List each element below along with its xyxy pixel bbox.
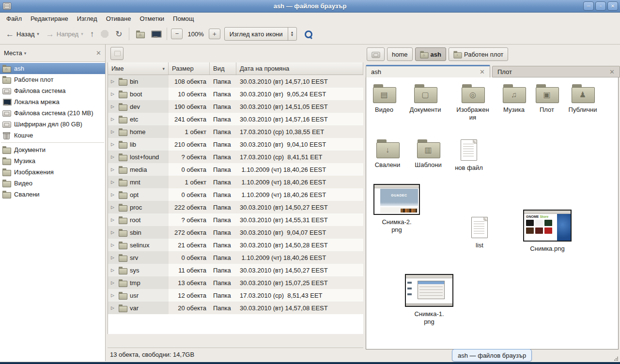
sidebar-item-desktop[interactable]: ▫Работен плот	[0, 74, 105, 85]
menu-item-bookmarks[interactable]: Отметки	[135, 14, 169, 23]
pathbar-button-root-drive[interactable]	[367, 47, 385, 61]
sidebar-item-videos[interactable]: Видео	[0, 178, 105, 189]
file-icon-templates[interactable]: ▥Шаблони	[406, 139, 450, 169]
back-button[interactable]: ← Назад ▾	[3, 28, 42, 40]
file-icon-snimka2[interactable]: GUADECСнимка-2. png	[372, 184, 421, 234]
tree-row-usr[interactable]: ▷usr12 обектаПапка17.03.2010 (ср) 8,51,4…	[108, 289, 363, 302]
expander-icon[interactable]: ▷	[111, 154, 116, 159]
sidebar-item-pictures[interactable]: Изображения	[0, 167, 105, 178]
file-icon-snimka1[interactable]: Снимка-1. png	[404, 274, 454, 326]
column-header-date[interactable]: Дата на промяна	[236, 62, 363, 75]
file-icon-snimka[interactable]: GNOME StoreСнимка.png	[522, 210, 573, 253]
expander-icon[interactable]: ▷	[111, 217, 116, 222]
computer-button[interactable]	[148, 29, 163, 39]
sidebar-item-encrypted-80gb[interactable]: Шифриран дял (80 GB)	[0, 119, 105, 130]
file-icon-newfile[interactable]: нов файл	[447, 139, 491, 172]
tree-row-dev[interactable]: ▷dev190 обектаПапка30.03.2010 (вт) 14,51…	[108, 100, 363, 113]
sidebar-item-music[interactable]: Музика	[0, 155, 105, 167]
pathbar-button-home-dir[interactable]: home	[387, 47, 413, 61]
file-icon-list[interactable]: list	[458, 217, 501, 249]
expander-icon[interactable]: ▷	[111, 104, 116, 109]
expander-icon[interactable]: ▷	[111, 129, 116, 134]
menu-item-file[interactable]: Файл	[2, 14, 26, 23]
tree-row-opt[interactable]: ▷opt0 обектаПапка 1.10.2009 (чт) 18,40,2…	[108, 188, 363, 201]
expander-icon[interactable]: ▷	[111, 117, 116, 121]
expander-icon[interactable]: ▷	[111, 255, 116, 260]
menu-item-go[interactable]: Отиване	[102, 14, 136, 23]
tree-row-tmp[interactable]: ▷tmp13 обектаПапка30.03.2010 (вт) 15,07,…	[108, 276, 363, 289]
expander-icon[interactable]: ▷	[111, 180, 116, 184]
tree-row-media[interactable]: ▷media0 обектаПапка 1.10.2009 (чт) 18,40…	[108, 163, 363, 176]
pathbar-button-ash[interactable]: ⌂ash	[415, 47, 446, 61]
expander-icon[interactable]: ▷	[111, 79, 116, 84]
pathbar-button-desktop[interactable]: ▫Работен плот	[449, 47, 508, 61]
reload-button[interactable]: ↻	[112, 28, 125, 40]
tab-close-icon[interactable]: ✕	[480, 68, 485, 76]
expander-icon[interactable]: ▷	[111, 268, 116, 273]
tree-row-proc[interactable]: ▷proc222 обектаПапка30.03.2010 (вт) 14,5…	[108, 201, 363, 213]
menu-item-help[interactable]: Помощ	[169, 14, 198, 23]
expander-icon[interactable]: ▷	[111, 280, 116, 285]
stop-button[interactable]	[98, 28, 111, 40]
forward-button[interactable]: → Напред ▾	[43, 28, 86, 40]
close-button[interactable]: ✕	[607, 1, 618, 11]
tree-row-sys[interactable]: ▷sys11 обектаПапка30.03.2010 (вт) 14,50,…	[108, 264, 363, 276]
column-header-name[interactable]: Име ▾	[108, 62, 169, 75]
view-mode-select[interactable]: Изглед като икони ▲▼	[224, 27, 297, 41]
expander-icon[interactable]: ▷	[111, 293, 116, 298]
expander-icon[interactable]: ▷	[111, 305, 116, 310]
sidebar-item-home[interactable]: ⌂ash	[0, 63, 105, 74]
tab-desktop[interactable]: Плот✕	[492, 66, 620, 77]
spinner-arrows-icon[interactable]: ▲▼	[288, 28, 296, 40]
tab-close-icon[interactable]: ✕	[609, 68, 615, 76]
sidebar-close-icon[interactable]: ✕	[96, 49, 101, 57]
home-button[interactable]: ⌂	[133, 29, 147, 40]
tree-row-etc[interactable]: ▷etc241 обектаПапка30.03.2010 (вт) 14,57…	[108, 113, 363, 125]
sidebar-item-downloads[interactable]: Свалени	[0, 189, 105, 200]
back-dropdown-icon[interactable]: ▾	[37, 31, 39, 36]
expander-icon[interactable]: ▷	[111, 167, 116, 172]
tab-ash[interactable]: ash✕	[366, 65, 490, 77]
sidebar-item-trash[interactable]: Кошче	[0, 130, 105, 141]
sidebar-item-documents[interactable]: Документи	[0, 144, 105, 155]
expander-icon[interactable]: ▷	[111, 230, 116, 235]
sidebar-item-filesystem-210mb[interactable]: Файлова система (210 MB)	[0, 107, 105, 119]
titlebar[interactable]: ash — файлов браузър ─ ▫ ✕	[0, 0, 620, 13]
file-icon-video[interactable]: ▤Видео	[362, 84, 406, 114]
expander-icon[interactable]: ▷	[111, 243, 116, 247]
menu-item-edit[interactable]: Редактиране	[26, 14, 73, 23]
location-button[interactable]	[110, 47, 124, 60]
column-header-type[interactable]: Вид	[210, 62, 236, 75]
sidebar-item-filesystem[interactable]: Файлова система	[0, 85, 105, 96]
tree-row-var[interactable]: ▷var20 обектаПапка30.03.2010 (вт) 14,57,…	[108, 302, 363, 314]
expander-icon[interactable]: ▷	[111, 142, 116, 147]
sidebar-pane-select[interactable]: Места ▾	[4, 49, 96, 57]
tree-row-mnt[interactable]: ▷mnt1 обектПапка 1.10.2009 (чт) 18,40,26…	[108, 176, 363, 188]
sidebar-item-network[interactable]: Локална мрежа	[0, 96, 105, 107]
maximize-button[interactable]: ▫	[595, 1, 606, 11]
tree-row-srv[interactable]: ▷srv0 обектаПапка 1.10.2009 (чт) 18,40,2…	[108, 251, 363, 264]
search-button[interactable]	[298, 29, 319, 40]
tree-row-lost+found[interactable]: ▷lost+found? обектаПапка17.03.2010 (ср) …	[108, 151, 363, 163]
file-icon-downloads[interactable]: ↓Свалени	[366, 139, 409, 169]
zoom-in-button[interactable]: ＋	[209, 29, 220, 39]
tree-row-root[interactable]: ▷root? обектаПапка30.03.2010 (вт) 14,55,…	[108, 213, 363, 226]
expander-icon[interactable]: ▷	[111, 192, 116, 197]
zoom-out-button[interactable]: −	[171, 29, 183, 39]
file-icon-public[interactable]: ♟Публични	[561, 84, 604, 114]
expander-icon[interactable]: ▷	[111, 91, 116, 96]
tree-row-home[interactable]: ▷home1 обектПапка17.03.2010 (ср) 10,38,5…	[108, 125, 363, 138]
tree-row-selinux[interactable]: ▷selinux21 обектаПапка30.03.2010 (вт) 14…	[108, 239, 363, 251]
resize-grip-icon[interactable]	[614, 356, 619, 361]
tree-row-lib[interactable]: ▷lib210 обектаПапка30.03.2010 (вт) 9,04,…	[108, 138, 363, 151]
tree-row-bin[interactable]: ▷bin108 обектаПапка30.03.2010 (вт) 14,57…	[108, 75, 363, 88]
file-icon-documents[interactable]: ▢Документи	[403, 84, 448, 114]
file-icon-pictures[interactable]: ◎Изображен ия	[450, 84, 495, 121]
tree-row-sbin[interactable]: ▷sbin272 обектаПапка30.03.2010 (вт) 9,04…	[108, 226, 363, 239]
column-header-size[interactable]: Размер	[169, 62, 210, 75]
up-button[interactable]: ↑	[87, 28, 97, 40]
menu-item-view[interactable]: Изглед	[73, 14, 102, 23]
expander-icon[interactable]: ▷	[111, 205, 116, 210]
minimize-button[interactable]: ─	[583, 1, 594, 11]
tree-row-boot[interactable]: ▷boot10 обектаПапка30.03.2010 (вт) 9,05,…	[108, 88, 363, 100]
